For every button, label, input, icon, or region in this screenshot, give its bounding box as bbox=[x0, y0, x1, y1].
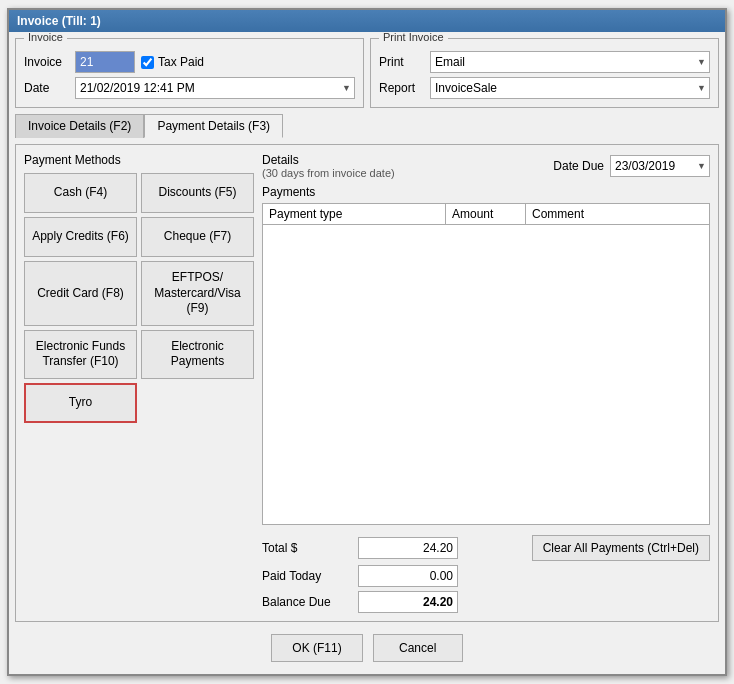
invoice-number-input[interactable] bbox=[75, 51, 135, 73]
paid-today-row: Paid Today bbox=[262, 565, 710, 587]
invoice-group-label: Invoice bbox=[24, 32, 67, 43]
payments-section: Payments Payment type Amount Comment bbox=[262, 185, 710, 525]
date-input[interactable]: 21/02/2019 12:41 PM bbox=[75, 77, 355, 99]
invoice-group: Invoice Invoice Tax Paid Date bbox=[15, 38, 364, 108]
eft-button[interactable]: Electronic Funds Transfer (F10) bbox=[24, 330, 137, 379]
column-comment: Comment bbox=[526, 204, 709, 224]
window-title: Invoice (Till: 1) bbox=[17, 14, 101, 28]
cheque-button[interactable]: Cheque (F7) bbox=[141, 217, 254, 257]
details-title: Details bbox=[262, 153, 395, 167]
details-info: Details (30 days from invoice date) bbox=[262, 153, 395, 179]
paid-today-label: Paid Today bbox=[262, 569, 352, 583]
payments-table: Payment type Amount Comment bbox=[262, 203, 710, 525]
top-row: Invoice Invoice Tax Paid Date bbox=[15, 38, 719, 108]
column-payment-type: Payment type bbox=[263, 204, 446, 224]
details-header-row: Details (30 days from invoice date) Date… bbox=[262, 153, 710, 179]
totals-section: Total $ Clear All Payments (Ctrl+Del) Pa… bbox=[262, 535, 710, 613]
report-row: Report InvoiceSale bbox=[379, 77, 710, 99]
main-window: Invoice (Till: 1) Invoice Invoice Tax Pa… bbox=[7, 8, 727, 676]
tax-paid-checkbox[interactable] bbox=[141, 56, 154, 69]
eftpos-button[interactable]: EFTPOS/ Mastercard/Visa (F9) bbox=[141, 261, 254, 326]
print-select[interactable]: Email bbox=[430, 51, 710, 73]
discounts-button[interactable]: Discounts (F5) bbox=[141, 173, 254, 213]
paid-today-value bbox=[358, 565, 458, 587]
credit-card-button[interactable]: Credit Card (F8) bbox=[24, 261, 137, 326]
date-due-label: Date Due bbox=[553, 159, 604, 173]
report-label: Report bbox=[379, 81, 424, 95]
date-due-row: Date Due 23/03/2019 bbox=[553, 155, 710, 177]
payments-title: Payments bbox=[262, 185, 710, 199]
content-area: Invoice Invoice Tax Paid Date bbox=[9, 32, 725, 674]
payment-methods-section: Payment Methods Cash (F4) Discounts (F5)… bbox=[24, 153, 254, 613]
date-row: Date 21/02/2019 12:41 PM bbox=[24, 77, 355, 99]
tab-payment-details[interactable]: Payment Details (F3) bbox=[144, 114, 283, 138]
column-amount: Amount bbox=[446, 204, 526, 224]
clear-all-button[interactable]: Clear All Payments (Ctrl+Del) bbox=[532, 535, 710, 561]
report-select[interactable]: InvoiceSale bbox=[430, 77, 710, 99]
footer-row: OK (F11) Cancel bbox=[15, 628, 719, 668]
table-header: Payment type Amount Comment bbox=[263, 204, 709, 225]
details-subtitle: (30 days from invoice date) bbox=[262, 167, 395, 179]
payment-methods-title: Payment Methods bbox=[24, 153, 254, 167]
invoice-number-label: Invoice bbox=[24, 55, 69, 69]
print-row: Print Email bbox=[379, 51, 710, 73]
date-due-select[interactable]: 23/03/2019 bbox=[610, 155, 710, 177]
balance-due-value bbox=[358, 591, 458, 613]
date-label: Date bbox=[24, 81, 69, 95]
tax-paid-label: Tax Paid bbox=[141, 55, 204, 69]
details-panel: Details (30 days from invoice date) Date… bbox=[262, 153, 710, 613]
title-bar: Invoice (Till: 1) bbox=[9, 10, 725, 32]
payment-buttons-grid: Cash (F4) Discounts (F5) Apply Credits (… bbox=[24, 173, 254, 423]
electronic-payments-button[interactable]: Electronic Payments bbox=[141, 330, 254, 379]
print-group-label: Print Invoice bbox=[379, 32, 448, 43]
tab-invoice-details[interactable]: Invoice Details (F2) bbox=[15, 114, 144, 138]
main-panel: Payment Methods Cash (F4) Discounts (F5)… bbox=[15, 144, 719, 622]
apply-credits-button[interactable]: Apply Credits (F6) bbox=[24, 217, 137, 257]
ok-button[interactable]: OK (F11) bbox=[271, 634, 362, 662]
cancel-button[interactable]: Cancel bbox=[373, 634, 463, 662]
invoice-number-row: Invoice Tax Paid bbox=[24, 51, 355, 73]
print-label: Print bbox=[379, 55, 424, 69]
total-label: Total $ bbox=[262, 541, 352, 555]
print-fields: Print Email Report InvoiceSale bbox=[379, 51, 710, 99]
cash-button[interactable]: Cash (F4) bbox=[24, 173, 137, 213]
balance-due-label: Balance Due bbox=[262, 595, 352, 609]
total-row: Total $ Clear All Payments (Ctrl+Del) bbox=[262, 535, 710, 561]
tyro-button[interactable]: Tyro bbox=[24, 383, 137, 423]
tabs-row: Invoice Details (F2) Payment Details (F3… bbox=[15, 114, 719, 138]
total-value bbox=[358, 537, 458, 559]
print-invoice-group: Print Invoice Print Email Report bbox=[370, 38, 719, 108]
balance-due-row: Balance Due bbox=[262, 591, 710, 613]
invoice-fields: Invoice Tax Paid Date 21/02/2019 12:41 P… bbox=[24, 51, 355, 99]
